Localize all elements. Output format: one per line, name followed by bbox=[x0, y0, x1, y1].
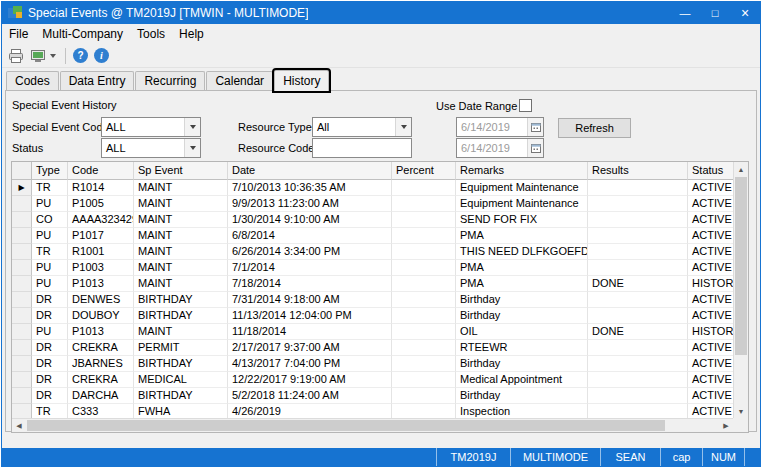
col-header-remarks[interactable]: Remarks bbox=[456, 162, 588, 180]
cell-percent bbox=[392, 196, 456, 212]
row-selector-cell[interactable] bbox=[12, 324, 32, 340]
col-header-results[interactable]: Results bbox=[588, 162, 688, 180]
cell-date: 5/2/2018 11:24:00 AM bbox=[228, 388, 392, 404]
print-button[interactable] bbox=[6, 46, 26, 66]
grid-body: ▶ TR R1014 MAINT 7/10/2013 10:36:35 AM E… bbox=[12, 180, 733, 418]
resize-grip[interactable] bbox=[744, 448, 760, 466]
row-selector-cell[interactable] bbox=[12, 356, 32, 372]
help-button[interactable] bbox=[71, 46, 90, 66]
row-selector-cell[interactable] bbox=[12, 260, 32, 276]
export-dropdown-caret-icon[interactable] bbox=[50, 54, 56, 58]
cell-code: P1013 bbox=[68, 276, 134, 292]
table-row[interactable]: DR DENWES BIRTHDAY 7/31/2014 9:18:00 AM … bbox=[12, 292, 733, 308]
tab-history[interactable]: History bbox=[274, 70, 329, 91]
table-row[interactable]: DR CREKRA PERMIT 2/17/2017 9:37:00 AM RT… bbox=[12, 340, 733, 356]
menu-help[interactable]: Help bbox=[172, 25, 211, 43]
scroll-left-icon[interactable]: ◀ bbox=[12, 419, 26, 432]
cell-results: DONE bbox=[588, 276, 688, 292]
row-selector-cell[interactable] bbox=[12, 308, 32, 324]
col-header-status[interactable]: Status bbox=[688, 162, 733, 180]
cell-type: CO bbox=[32, 212, 68, 228]
tab-recurring[interactable]: Recurring bbox=[135, 71, 205, 90]
col-header-type[interactable]: Type bbox=[32, 162, 68, 180]
info-button[interactable] bbox=[92, 46, 111, 66]
chevron-down-icon[interactable] bbox=[184, 118, 200, 136]
table-row[interactable]: DR DARCHA BIRTHDAY 5/2/2018 11:24:00 AM … bbox=[12, 388, 733, 404]
menu-tools[interactable]: Tools bbox=[130, 25, 172, 43]
col-header-percent[interactable]: Percent bbox=[392, 162, 456, 180]
close-button[interactable]: × bbox=[730, 2, 760, 24]
horizontal-scroll-track[interactable] bbox=[26, 419, 719, 432]
cell-percent bbox=[392, 260, 456, 276]
vertical-scrollbar[interactable]: ▲ ▼ bbox=[733, 162, 748, 418]
col-header-date[interactable]: Date bbox=[228, 162, 392, 180]
resource-code-label: Resource Code bbox=[238, 142, 314, 154]
resource-code-input[interactable] bbox=[312, 138, 412, 158]
horizontal-scrollbar[interactable]: ◀ ▶ bbox=[12, 418, 733, 432]
vertical-scroll-thumb[interactable] bbox=[735, 177, 747, 355]
table-row[interactable]: DR DOUBOY BIRTHDAY 11/13/2014 12:04:00 P… bbox=[12, 308, 733, 324]
cell-results bbox=[588, 372, 688, 388]
table-row[interactable]: PU P1003 MAINT 7/1/2014 PMA ACTIVE bbox=[12, 260, 733, 276]
cell-date: 6/26/2014 3:34:00 PM bbox=[228, 244, 392, 260]
cell-sp-event: BIRTHDAY bbox=[134, 356, 228, 372]
scroll-right-icon[interactable]: ▶ bbox=[719, 419, 733, 432]
cell-percent bbox=[392, 292, 456, 308]
scroll-up-icon[interactable]: ▲ bbox=[734, 162, 748, 176]
export-button[interactable] bbox=[28, 46, 58, 66]
horizontal-scroll-thumb[interactable] bbox=[27, 420, 665, 431]
special-event-code-select[interactable]: ALL bbox=[101, 117, 201, 137]
resource-type-select[interactable]: All bbox=[312, 117, 412, 137]
cell-percent bbox=[392, 244, 456, 260]
refresh-button[interactable]: Refresh bbox=[558, 118, 631, 138]
table-row[interactable]: PU P1013 MAINT 11/18/2014 OIL DONE HISTO… bbox=[12, 324, 733, 340]
row-selector-cell[interactable] bbox=[12, 276, 32, 292]
vertical-scroll-track[interactable] bbox=[734, 176, 748, 404]
minimize-button[interactable]: — bbox=[670, 2, 700, 24]
chevron-down-icon[interactable] bbox=[184, 139, 200, 157]
use-date-range-label: Use Date Range bbox=[436, 100, 517, 112]
cell-sp-event: MAINT bbox=[134, 324, 228, 340]
cell-percent bbox=[392, 180, 456, 196]
table-row[interactable]: CO AAAA323429 MAINT 1/30/2014 9:10:00 AM… bbox=[12, 212, 733, 228]
chevron-down-icon[interactable] bbox=[395, 118, 411, 136]
table-row[interactable]: TR C333 FWHA 4/26/2019 Inspection ACTIVE bbox=[12, 404, 733, 418]
menu-multi-company[interactable]: Multi-Company bbox=[35, 25, 130, 43]
table-row[interactable]: ▶ TR R1014 MAINT 7/10/2013 10:36:35 AM E… bbox=[12, 180, 733, 196]
grid-header-row: Type Code Sp Event Date Percent Remarks … bbox=[12, 162, 733, 180]
tab-codes[interactable]: Codes bbox=[6, 71, 59, 90]
date-from-field[interactable]: 6/14/2019 bbox=[456, 117, 544, 137]
row-selector-cell[interactable] bbox=[12, 340, 32, 356]
row-selector-cell[interactable] bbox=[12, 404, 32, 418]
table-row[interactable]: DR JBARNES BIRTHDAY 4/13/2017 7:04:00 PM… bbox=[12, 356, 733, 372]
row-selector-cell[interactable] bbox=[12, 212, 32, 228]
status-select[interactable]: ALL bbox=[101, 138, 201, 158]
menu-file[interactable]: File bbox=[2, 25, 35, 43]
row-selector-cell[interactable]: ▶ bbox=[12, 180, 32, 196]
col-header-sp-event[interactable]: Sp Event bbox=[134, 162, 228, 180]
col-header-code[interactable]: Code bbox=[68, 162, 134, 180]
row-selector-cell[interactable] bbox=[12, 196, 32, 212]
tab-calendar[interactable]: Calendar bbox=[206, 71, 273, 90]
table-row[interactable]: PU P1017 MAINT 6/8/2014 PMA ACTIVE bbox=[12, 228, 733, 244]
table-row[interactable]: DR CREKRA MEDICAL 12/22/2017 9:19:00 AM … bbox=[12, 372, 733, 388]
row-selector-cell[interactable] bbox=[12, 292, 32, 308]
row-selector-cell[interactable] bbox=[12, 228, 32, 244]
cell-remarks: Equipment Maintenance bbox=[456, 196, 588, 212]
calendar-icon[interactable] bbox=[527, 139, 543, 157]
scroll-down-icon[interactable]: ▼ bbox=[734, 404, 748, 418]
date-to-field[interactable]: 6/14/2019 bbox=[456, 138, 544, 158]
window-controls: — □ × bbox=[670, 2, 760, 24]
use-date-range-checkbox[interactable] bbox=[519, 99, 532, 112]
table-row[interactable]: PU P1013 MAINT 7/18/2014 PMA DONE HISTOR… bbox=[12, 276, 733, 292]
row-selector-header bbox=[12, 162, 32, 180]
row-selector-cell[interactable] bbox=[12, 244, 32, 260]
calendar-icon[interactable] bbox=[527, 118, 543, 136]
table-row[interactable]: TR R1001 MAINT 6/26/2014 3:34:00 PM THIS… bbox=[12, 244, 733, 260]
row-selector-cell[interactable] bbox=[12, 372, 32, 388]
table-row[interactable]: PU P1005 MAINT 9/9/2013 11:23:00 AM Equi… bbox=[12, 196, 733, 212]
maximize-button[interactable]: □ bbox=[700, 2, 730, 24]
row-selector-cell[interactable] bbox=[12, 388, 32, 404]
tab-data-entry[interactable]: Data Entry bbox=[60, 71, 135, 90]
title-bar: Special Events @ TM2019J [TMWIN - MULTIM… bbox=[2, 2, 760, 24]
